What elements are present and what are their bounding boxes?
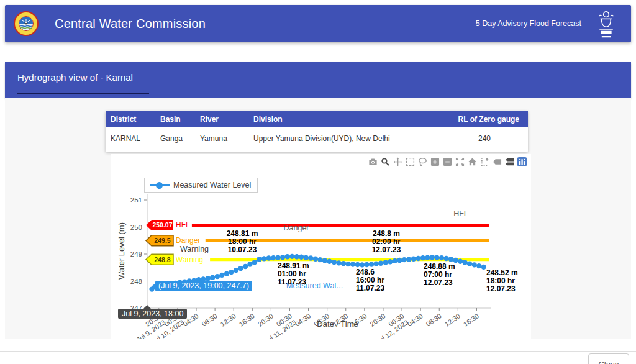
measured-series-marker[interactable] [434,255,439,260]
chart-annotation: Warning [180,245,209,253]
column-header: Division [248,111,441,127]
measured-series-marker[interactable] [467,262,472,266]
measured-series-marker[interactable] [476,263,481,268]
measured-series-marker[interactable] [266,255,271,260]
warning-badge-label: 248.8 [154,256,170,263]
measured-series-marker[interactable] [332,260,337,265]
measured-series-marker[interactable] [481,265,486,270]
measured-series-marker[interactable] [247,262,252,266]
hover-closest-icon[interactable] [492,157,502,167]
measured-series-marker[interactable] [252,260,257,265]
national-emblem-icon [595,10,617,39]
chart-annotation: HFL [453,209,468,218]
measured-series-marker[interactable] [406,257,411,262]
legend-label: Measured Water Level [173,181,251,189]
y-tick-label: 251 [130,196,142,204]
measured-series-marker[interactable] [261,256,266,261]
measured-series-marker[interactable] [210,275,215,280]
measured-series-marker[interactable] [224,271,229,276]
table-cell: KARNAL [106,127,155,152]
chart-legend[interactable]: Measured Water Level [144,178,258,193]
measured-series-marker[interactable] [336,260,341,265]
danger-line-label: Danger [176,236,200,245]
measured-series-marker[interactable] [439,255,444,260]
measured-series-marker[interactable] [462,260,467,265]
measured-series-marker[interactable] [271,255,276,260]
measured-series-marker[interactable] [322,258,327,263]
measured-series-marker[interactable] [345,262,350,266]
camera-icon[interactable] [368,157,378,167]
measured-series-marker[interactable] [327,259,332,264]
autoscale-icon[interactable] [455,157,465,167]
measured-series-marker[interactable] [299,255,304,260]
legend-marker-icon [150,181,170,189]
hfl-badge-label: 250.07 [152,221,172,229]
measured-series-marker[interactable] [374,262,379,266]
x-tick-label: 04:30 [294,312,312,328]
measured-series-marker[interactable] [219,273,224,278]
measured-series-marker[interactable] [257,257,261,262]
lasso-icon[interactable] [417,157,428,167]
measured-series-marker[interactable] [355,262,360,267]
measured-series-marker[interactable] [430,255,435,260]
measured-series-marker[interactable] [280,255,285,260]
table-cell: Upper Yamuna Division(UYD), New Delhi [248,127,441,152]
chart-annotation: 248.52 m18:00 hr12.07.23 [486,268,518,293]
close-button[interactable]: Close [588,353,629,364]
measured-series-marker[interactable] [215,274,220,279]
table-row: KARNALGangaYamunaUpper Yamuna Division(U… [106,127,528,152]
hover-compare-icon[interactable] [504,157,515,167]
measured-series-marker[interactable] [411,257,416,262]
measured-series-marker[interactable] [448,257,453,262]
measured-series-marker[interactable] [350,262,355,266]
table-cell: Yamuna [195,127,248,152]
zoom-in-icon[interactable] [430,157,440,167]
x-tick-label: 12:30 [219,312,237,328]
measured-series-marker[interactable] [341,261,346,266]
measured-series-marker[interactable] [397,258,402,263]
measured-series-marker[interactable] [313,257,318,262]
measured-series-marker[interactable] [317,257,322,262]
x-tick-label: 16:30 [238,312,256,328]
footer-divider [0,351,636,352]
measured-series-marker[interactable] [308,255,313,260]
box-select-icon[interactable] [405,157,416,167]
y-tick-label: 248 [130,278,142,285]
measured-series-marker[interactable] [388,259,393,264]
measured-series-marker[interactable] [416,256,420,261]
measured-series-marker[interactable] [229,270,234,275]
zoom-icon[interactable] [380,157,391,167]
measured-series-marker[interactable] [443,256,448,261]
column-header: Basin [155,111,195,127]
measured-series-marker[interactable] [234,268,238,273]
pan-icon[interactable] [393,157,403,167]
measured-series-marker[interactable] [472,262,477,267]
measured-series-marker[interactable] [238,266,243,271]
home-icon[interactable] [467,157,478,167]
spike-lines-icon[interactable] [479,157,490,167]
app-title: Central Water Commission [55,5,206,42]
measured-series-marker[interactable] [276,255,281,260]
plotly-logo-icon[interactable] [517,157,527,167]
point-hover-tooltip: (Jul 9, 2023, 19:00, 247.7) [155,281,252,291]
zoom-out-icon[interactable] [442,157,453,167]
measured-series-marker[interactable] [425,255,430,260]
measured-series-marker[interactable] [285,254,290,259]
measured-series-marker[interactable] [360,262,365,267]
column-header: River [195,111,248,127]
measured-series-marker[interactable] [289,254,294,259]
measured-series-marker[interactable] [378,261,383,266]
measured-series-marker[interactable] [304,255,309,260]
measured-series-marker[interactable] [402,257,407,262]
measured-series-marker[interactable] [383,260,388,265]
measured-series-marker[interactable] [243,264,248,269]
measured-series-marker[interactable] [458,259,463,264]
hydrograph-header: Hydrograph view of - Karnal [5,62,631,98]
measured-series-marker[interactable] [369,262,374,266]
plotly-modebar [368,157,527,167]
measured-series-marker[interactable] [364,262,369,267]
measured-series-marker[interactable] [393,258,398,263]
forecast-label: 5 Day Advisory Flood Forecast [476,5,581,42]
measured-series-marker[interactable] [294,254,299,259]
measured-series-marker[interactable] [420,255,425,260]
